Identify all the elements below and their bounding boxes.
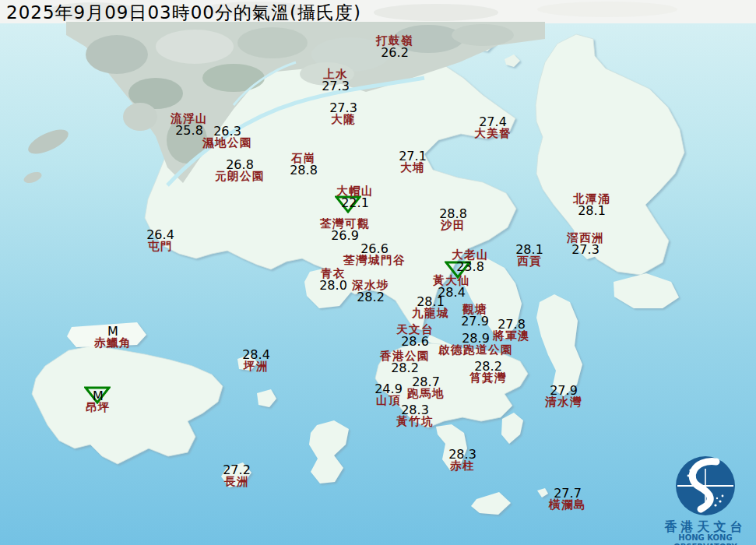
station-value: 28.6	[396, 336, 434, 347]
station-label: 石崗28.8	[290, 153, 318, 176]
station-label: 荃灣可觀26.9	[320, 218, 370, 241]
station-label: 24.9山頂	[374, 383, 403, 406]
station-value: 28.2	[469, 360, 507, 372]
station-value: 27.3	[567, 244, 604, 255]
station-value: 28.0	[319, 280, 347, 291]
station-label: 26.3濕地公園	[202, 125, 252, 149]
station-label: 深水埗28.2	[352, 280, 389, 303]
station-value: 28.2	[352, 291, 389, 303]
hko-logo: 香港天文台 HONG KONG OBSERVATORY	[656, 453, 754, 545]
hko-logo-english: HONG KONG OBSERVATORY	[656, 533, 754, 545]
station-name: 啟德跑道公園	[438, 344, 513, 356]
station-label: 上水27.3	[322, 69, 350, 92]
station-label: 27.7橫瀾島	[549, 487, 586, 511]
station-label: 天文台28.6	[396, 324, 434, 347]
station-label: 28.3赤柱	[448, 448, 476, 472]
temperature-map: 2025年9月09日03時00分的氣溫(攝氏度) 打鼓嶺26.2上水27.327…	[0, 0, 756, 545]
stations-layer: 打鼓嶺26.2上水27.327.3大隴27.4大美督27.1大埔石崗28.8流浮…	[0, 0, 756, 545]
station-name: 赤鱲角	[94, 337, 132, 349]
station-value: 24.9	[374, 383, 403, 395]
station-value: 28.1	[515, 244, 543, 255]
station-value: 28.3	[448, 448, 476, 460]
station-value: 28.8	[290, 164, 318, 176]
station-value: 26.3	[202, 125, 252, 137]
station-label: 26.6荃灣城門谷	[343, 243, 406, 266]
station-name: 荃灣城門谷	[343, 255, 406, 266]
station-label: 北潭涌28.1	[573, 193, 610, 216]
station-value: 26.4	[146, 229, 174, 241]
station-value: 27.7	[549, 487, 586, 499]
station-name: 大埔	[399, 162, 427, 174]
station-value: 28.9	[438, 332, 513, 344]
station-name: 筲箕灣	[469, 372, 507, 384]
station-value: 27.4	[474, 116, 512, 128]
station-label: 28.1九龍城	[412, 296, 449, 319]
station-name: 濕地公園	[202, 137, 252, 149]
station-name: 大隴	[329, 114, 357, 125]
station-label: M昂坪	[86, 390, 111, 413]
station-name: 跑馬地	[407, 388, 445, 399]
station-label: 觀塘27.9	[461, 304, 489, 327]
station-label: 滘西洲27.3	[567, 232, 604, 255]
station-value: M	[94, 325, 132, 337]
station-value: 27.1	[399, 150, 427, 162]
station-label: 香港公園28.2	[380, 350, 430, 374]
station-value: 27.9	[545, 385, 582, 396]
station-value: 28.4	[242, 349, 270, 360]
station-value: 28.1	[412, 296, 449, 308]
station-label: 26.4屯門	[146, 229, 174, 252]
station-name: 沙田	[439, 220, 467, 231]
station-value: 26.8	[215, 159, 265, 171]
station-label: 28.7跑馬地	[407, 376, 445, 399]
station-name: 黃竹坑	[396, 416, 434, 427]
station-name: 昂坪	[86, 402, 111, 413]
station-label: 大老山23.8	[452, 249, 489, 272]
station-label: 28.4坪洲	[242, 349, 270, 372]
station-value: 28.8	[439, 208, 467, 220]
station-label: 打鼓嶺26.2	[376, 35, 413, 58]
station-label: 青衣28.0	[319, 268, 347, 291]
station-name: 長洲	[223, 476, 251, 487]
station-value: 27.9	[461, 315, 489, 327]
station-value: 26.6	[343, 243, 406, 255]
station-value: 27.3	[329, 102, 357, 114]
station-label: 27.4大美督	[474, 116, 512, 139]
station-name: 清水灣	[545, 396, 582, 408]
station-label: 28.8沙田	[439, 208, 467, 231]
station-name: 西貢	[515, 255, 543, 267]
hko-logo-icon	[673, 453, 737, 519]
station-label: 26.8元朗公園	[215, 159, 265, 182]
station-label: 27.3大隴	[329, 102, 357, 125]
station-label: M赤鱲角	[94, 325, 132, 349]
station-value: 27.2	[223, 464, 251, 476]
station-value: 28.3	[396, 404, 434, 416]
station-value: 26.9	[320, 230, 370, 241]
page-title: 2025年9月09日03時00分的氣溫(攝氏度)	[6, 1, 361, 25]
station-name: 橫瀾島	[549, 499, 586, 511]
station-label: 28.2筲箕灣	[469, 360, 507, 384]
station-name: 坪洲	[242, 360, 270, 372]
station-label: 27.9清水灣	[545, 385, 582, 408]
station-label: 27.1大埔	[399, 150, 427, 174]
station-label: 大帽山22.1	[336, 185, 374, 209]
station-value: 23.8	[452, 261, 489, 272]
hko-logo-chinese: 香港天文台	[656, 521, 754, 533]
station-value: 27.3	[322, 80, 350, 92]
station-value: 26.2	[376, 47, 413, 58]
station-value: 28.7	[407, 376, 445, 388]
station-label: 28.9啟德跑道公園	[438, 332, 513, 356]
station-label: 27.2長洲	[223, 464, 251, 487]
station-name: 九龍城	[412, 308, 449, 319]
station-name: 赤柱	[448, 460, 476, 472]
station-name: 大美督	[474, 128, 512, 139]
station-value: 28.1	[573, 205, 610, 216]
station-value: 27.8	[493, 318, 530, 330]
station-name: 元朗公園	[215, 171, 265, 182]
station-value: 22.1	[336, 197, 374, 209]
station-value: 28.2	[380, 362, 430, 374]
station-label: 28.3黃竹坑	[396, 404, 434, 427]
station-name: 屯門	[146, 241, 174, 252]
station-label: 28.1西貢	[515, 244, 543, 267]
station-value: M	[86, 390, 111, 402]
